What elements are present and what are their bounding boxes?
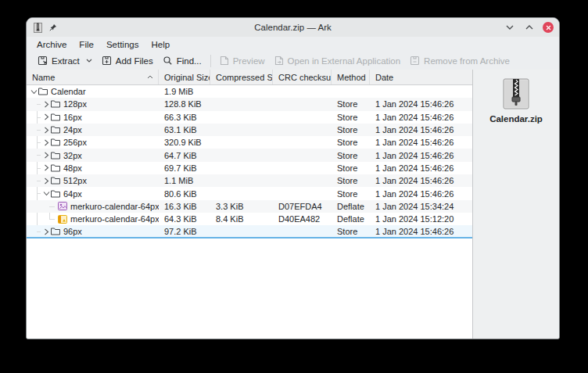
- table-row[interactable]: merkuro-calendar-64px.png 16.3 KiB 3.3 K…: [27, 200, 472, 213]
- column-header-original-size[interactable]: Original Size: [159, 70, 210, 84]
- expander-icon[interactable]: [41, 163, 51, 173]
- entry-date: 1 Jan 2024 15:46:26: [370, 176, 472, 185]
- tree-line: [37, 231, 41, 232]
- column-header-crc[interactable]: CRC checksum: [273, 70, 332, 84]
- tree-line: [49, 219, 55, 220]
- entry-name: 32px: [63, 151, 82, 160]
- expander-icon[interactable]: [29, 87, 38, 96]
- zip-file-icon: [503, 78, 529, 109]
- table-row[interactable]: 48px 69.7 KiB Store 1 Jan 2024 15:46:26: [27, 162, 472, 174]
- table-body: Calendar 1.9 MiB 128px 128.8 KiB: [27, 85, 472, 339]
- remove-from-archive-button: Remove from Archive: [405, 53, 514, 69]
- entry-date: 1 Jan 2024 15:46:26: [370, 125, 472, 134]
- expander-icon[interactable]: [41, 227, 51, 236]
- expander-icon[interactable]: [41, 151, 51, 160]
- extract-button[interactable]: Extract: [33, 53, 97, 69]
- entry-name: merkuro-calendar-64px.svg: [70, 214, 159, 224]
- titlebar[interactable]: Calendar.zip — Ark: [27, 18, 559, 37]
- column-header-date[interactable]: Date: [370, 70, 472, 84]
- entry-original-size: 16.3 KiB: [159, 202, 210, 211]
- window-title: Calendar.zip — Ark: [27, 23, 559, 32]
- tree-line: [37, 181, 41, 181]
- toolbar-separator: [210, 55, 211, 67]
- column-header-compressed-size[interactable]: Compressed Size: [210, 70, 273, 84]
- tree-line: [37, 142, 41, 143]
- find-button[interactable]: Find...: [158, 53, 206, 69]
- expander-icon[interactable]: [41, 125, 51, 134]
- table-row[interactable]: 512px 1.1 MiB Store 1 Jan 2024 15:46:26: [27, 174, 472, 187]
- menu-help[interactable]: Help: [145, 38, 176, 51]
- entry-method: Store: [332, 113, 370, 122]
- table-row[interactable]: 16px 66.3 KiB Store 1 Jan 2024 15:46:26: [27, 111, 472, 124]
- entry-date: 1 Jan 2024 15:46:26: [370, 189, 472, 199]
- maximize-button[interactable]: [523, 21, 536, 34]
- entry-original-size: 1.1 MiB: [159, 176, 210, 185]
- folder-icon: [38, 87, 50, 96]
- expander-icon[interactable]: [41, 138, 51, 147]
- folder-icon: [51, 113, 63, 122]
- entry-original-size: 1.9 MiB: [159, 87, 210, 96]
- add-files-icon: [102, 56, 112, 66]
- close-button[interactable]: [543, 22, 554, 33]
- entry-original-size: 320.9 KiB: [159, 138, 210, 147]
- entry-method: Store: [332, 227, 370, 236]
- chevron-down-icon[interactable]: [86, 59, 92, 63]
- menu-file[interactable]: File: [73, 38, 100, 51]
- entry-method: Store: [332, 189, 370, 199]
- remove-from-archive-icon: [410, 56, 420, 66]
- folder-icon: [51, 227, 63, 236]
- entry-method: Deflate: [332, 202, 370, 211]
- table-row[interactable]: 128px 128.8 KiB Store 1 Jan 2024 15:46:2…: [27, 98, 472, 110]
- menu-settings[interactable]: Settings: [100, 38, 145, 51]
- entry-date: 1 Jan 2024 15:46:26: [370, 138, 472, 147]
- folder-icon: [51, 99, 63, 109]
- entry-method: Store: [332, 99, 370, 109]
- table-row[interactable]: 24px 63.1 KiB Store 1 Jan 2024 15:46:26: [27, 124, 472, 136]
- entry-original-size: 64.7 KiB: [159, 151, 210, 160]
- table-row[interactable]: 256px 320.9 KiB Store 1 Jan 2024 15:46:2…: [27, 136, 472, 149]
- image-svg-icon: [58, 214, 70, 224]
- tree-line: [49, 206, 55, 207]
- tree-line: [37, 104, 41, 105]
- table-header: Name Original Size Compressed Size CRC c…: [27, 70, 472, 85]
- entry-original-size: 97.2 KiB: [159, 227, 210, 236]
- entry-original-size: 128.8 KiB: [159, 99, 210, 109]
- pin-icon[interactable]: [49, 23, 57, 31]
- column-header-name[interactable]: Name: [27, 70, 159, 84]
- tree-line: [37, 155, 41, 156]
- tree-line: [37, 117, 41, 118]
- add-files-button[interactable]: Add Files: [97, 53, 158, 69]
- entry-date: 1 Jan 2024 15:12:20: [370, 214, 472, 224]
- zip-file-icon: [34, 23, 42, 33]
- folder-icon: [51, 138, 63, 147]
- table-row[interactable]: 96px 97.2 KiB Store 1 Jan 2024 15:46:26: [27, 225, 472, 238]
- menu-archive[interactable]: Archive: [30, 38, 73, 51]
- expander-icon[interactable]: [41, 176, 51, 185]
- entry-name: merkuro-calendar-64px.png: [70, 202, 159, 211]
- table-row[interactable]: 32px 64.7 KiB Store 1 Jan 2024 15:46:26: [27, 149, 472, 161]
- expander-icon[interactable]: [41, 113, 51, 122]
- entry-date: 1 Jan 2024 15:46:26: [370, 227, 472, 236]
- expander-icon[interactable]: [41, 189, 51, 199]
- entry-name: 64px: [63, 189, 82, 199]
- entry-date: 1 Jan 2024 15:46:26: [370, 163, 472, 173]
- image-png-icon: [58, 202, 70, 211]
- entry-crc: D07EFDA4: [273, 202, 332, 211]
- table-row[interactable]: 64px 80.6 KiB Store 1 Jan 2024 15:46:26: [27, 187, 472, 199]
- search-icon: [163, 56, 173, 66]
- entry-date: 1 Jan 2024 15:46:26: [370, 113, 472, 122]
- entry-name: 256px: [63, 138, 87, 147]
- entry-method: Store: [332, 151, 370, 160]
- table-row[interactable]: Calendar 1.9 MiB: [27, 85, 472, 98]
- sort-ascending-icon: [147, 75, 153, 79]
- folder-icon: [51, 176, 63, 185]
- tree-line: [37, 193, 41, 194]
- table-row[interactable]: merkuro-calendar-64px.svg 64.3 KiB 8.4 K…: [27, 213, 472, 225]
- entry-date: 1 Jan 2024 15:46:26: [370, 99, 472, 109]
- column-header-method[interactable]: Method: [332, 70, 370, 84]
- minimize-button[interactable]: [504, 21, 516, 34]
- entry-original-size: 69.7 KiB: [159, 163, 210, 173]
- tree-line: [37, 130, 41, 131]
- expander-icon[interactable]: [41, 99, 51, 109]
- entry-compressed-size: 8.4 KiB: [210, 214, 273, 224]
